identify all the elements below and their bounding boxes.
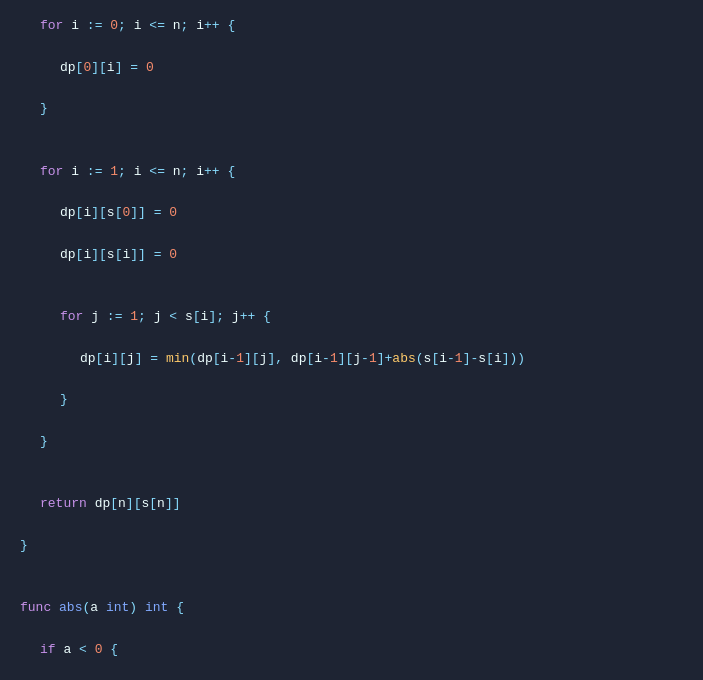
- code-content: for i := 0; i <= n; i++ { dp[0][i] = 0 }…: [20, 16, 683, 680]
- code-editor: for i := 0; i <= n; i++ { dp[0][i] = 0 }…: [0, 0, 703, 680]
